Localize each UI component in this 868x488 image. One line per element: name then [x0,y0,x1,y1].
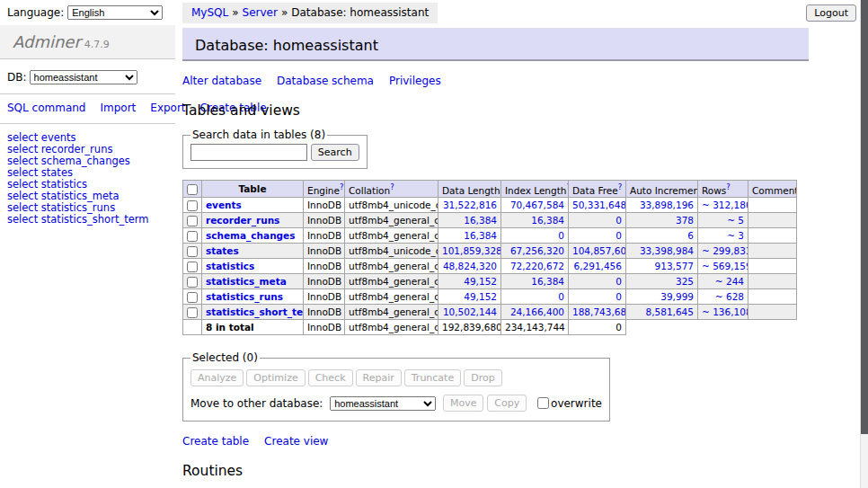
row-checkbox[interactable] [187,246,198,257]
language-select[interactable]: English [67,5,163,20]
collation-cell: utf8mb4_unicode_ci [345,198,438,213]
breadcrumb-separator: » [281,6,288,19]
adminer-logo[interactable]: Adminer [13,32,81,51]
table-name-cell: events [202,198,304,213]
logout-button[interactable]: Logout [806,4,856,22]
row-checkbox[interactable] [187,200,198,211]
rows-count-cell-link[interactable]: ~ 5 [727,215,744,226]
index-length-cell-link[interactable]: 0 [558,230,564,241]
table-link[interactable]: statistics_short_term [206,306,304,317]
auto-increment-cell-link[interactable]: 33,398,984 [640,245,694,256]
table-link[interactable]: recorder_runs [206,215,279,226]
rows-count-cell-link[interactable]: ~ 628 [715,291,744,302]
help-link[interactable]: ? [726,182,731,191]
row-checkbox[interactable] [187,292,198,303]
rows-count-cell-link[interactable]: ~ 569,159 [702,261,748,271]
scrollbar[interactable] [860,0,868,488]
sidebar-action-link[interactable]: SQL command [7,102,85,114]
total-label: 8 in total [202,320,304,335]
database-action-link[interactable]: Alter database [182,75,261,87]
db-select[interactable]: homeassistant [30,70,137,84]
database-action-link[interactable]: Privileges [389,75,441,87]
data-length-cell-link[interactable]: 48,824,320 [443,261,497,271]
rows-count-cell-link[interactable]: ~ 3 [727,230,744,241]
auto-increment-cell-link[interactable]: 6 [687,230,694,241]
data-length-cell-link[interactable]: 101,859,328 [442,245,501,256]
table-row: statesInnoDButf8mb4_unicode_ci101,859,32… [183,244,797,259]
data-length-cell-link[interactable]: 49,152 [464,291,497,302]
data-free-cell-link[interactable]: 104,857,600 [572,245,626,256]
engine-cell: InnoDB [304,213,345,228]
auto-increment-cell-link[interactable]: 8,581,645 [646,306,694,317]
auto-increment-cell-link[interactable]: 913,577 [655,261,694,271]
rows-count-cell-link[interactable]: ~ 312,180 [702,200,748,210]
database-action-link[interactable]: Database schema [277,75,374,87]
copy-button: Copy [487,395,527,412]
table-link[interactable]: statistics_runs [206,291,283,302]
row-checkbox[interactable] [187,231,198,242]
index-length-cell-link[interactable]: 16,384 [531,215,564,226]
create-link[interactable]: Create table [182,435,249,448]
sidebar-action-link[interactable]: Export [150,102,185,114]
auto-increment-cell-link[interactable]: 378 [676,215,694,226]
data-length-cell: 49,152 [438,289,501,305]
row-checkbox[interactable] [187,262,198,272]
scrollbar-thumb[interactable] [861,0,868,434]
data-length-cell-link[interactable]: 10,502,144 [443,306,497,317]
row-checkbox[interactable] [187,307,198,318]
data-free-cell-link[interactable]: 0 [616,276,622,287]
select-all-checkbox[interactable] [187,184,198,195]
data-free-cell-link[interactable]: 0 [616,291,622,302]
search-input[interactable] [190,144,307,161]
table-link[interactable]: events [206,200,242,210]
table-link[interactable]: statistics [206,261,254,271]
create-link[interactable]: Create view [264,435,328,448]
index-length-cell: 24,166,400 [501,305,569,320]
data-length-cell-link[interactable]: 16,384 [464,215,497,226]
data-free-cell-link[interactable]: 0 [616,215,622,226]
auto-increment-cell-link[interactable]: 33,898,196 [640,200,694,210]
rows-count-cell: ~ 569,159 [698,259,748,274]
auto-increment-cell-link[interactable]: 325 [676,276,694,287]
data-length-cell-link[interactable]: 49,152 [464,276,497,287]
row-checkbox[interactable] [187,216,198,226]
rows-count-cell-link[interactable]: ~ 136,108 [702,306,748,317]
table-name-cell: schema_changes [202,228,304,244]
repair-button: Repair [356,369,402,386]
index-length-cell-link[interactable]: 67,256,320 [510,245,564,256]
data-length-cell-link[interactable]: 16,384 [464,230,497,241]
table-link[interactable]: schema_changes [206,230,296,241]
rows-count-cell-link[interactable]: ~ 244 [715,276,744,287]
auto-increment-cell: 8,581,645 [626,305,698,320]
table-link[interactable]: statistics_meta [206,276,287,287]
index-length-cell-link[interactable]: 72,220,672 [510,261,564,271]
help-link[interactable]: ? [618,182,623,191]
index-length-cell-link[interactable]: 70,467,584 [510,200,564,210]
index-length-cell-link[interactable]: 0 [558,291,564,302]
auto-increment-cell-link[interactable]: 39,999 [660,291,694,302]
total-empty-space [626,320,797,335]
rows-count-cell-link[interactable]: ~ 299,833 [702,245,748,256]
language-label: Language: [7,6,64,19]
table-name-cell: recorder_runs [202,213,304,228]
index-length-cell-link[interactable]: 24,166,400 [510,306,564,317]
data-free-cell-link[interactable]: 6,291,456 [574,261,622,271]
sidebar-select-link[interactable]: select statistics_short_term [7,214,175,226]
sidebar-action-link[interactable]: Import [100,102,136,114]
help-link[interactable]: ? [390,182,394,191]
breadcrumb-mysql[interactable]: MySQL [191,6,228,19]
overwrite-checkbox[interactable] [537,397,549,409]
table-link[interactable]: states [206,245,239,256]
breadcrumb-separator: » [232,6,238,19]
data-free-cell-link[interactable]: 50,331,648 [572,200,626,210]
breadcrumb-server[interactable]: Server [243,6,278,19]
search-button[interactable]: Search [311,144,359,161]
move-database-select[interactable]: homeassistant [330,396,436,411]
data-free-cell-link[interactable]: 0 [616,230,622,241]
help-link[interactable]: ? [340,182,344,191]
row-checkbox[interactable] [187,277,198,288]
data-length-cell-link[interactable]: 31,522,816 [443,200,497,210]
data-free-cell-link[interactable]: 188,743,680 [572,306,626,317]
index-length-cell-link[interactable]: 16,384 [531,276,564,287]
table-row: eventsInnoDButf8mb4_unicode_ci31,522,816… [183,198,797,213]
